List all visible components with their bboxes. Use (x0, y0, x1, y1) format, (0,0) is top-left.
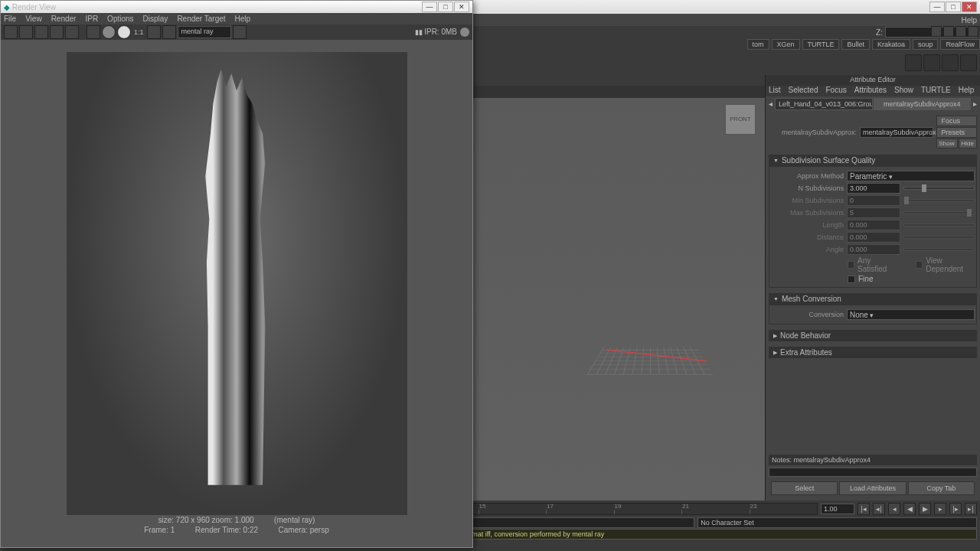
rv-menu[interactable]: Help (235, 15, 251, 23)
rv-menu[interactable]: View (25, 15, 42, 23)
shelf-button-icon[interactable] (905, 54, 922, 71)
view-cube[interactable]: FRONT (725, 104, 756, 135)
ae-menu[interactable]: Attributes (854, 86, 887, 96)
prev-tab-icon[interactable]: ◂ (767, 98, 774, 110)
step-fwd-icon[interactable]: |▸ (949, 503, 962, 515)
section-header-mesh-conversion[interactable]: Mesh Conversion (769, 293, 977, 305)
presets-button[interactable]: Presets (936, 127, 977, 138)
shelf-button-icon[interactable] (960, 54, 977, 71)
prev-key-icon[interactable]: ◂ (888, 503, 900, 515)
renderer-select[interactable]: mental ray (178, 26, 231, 38)
shelf-button-icon[interactable] (923, 54, 940, 71)
length-slider (903, 223, 975, 227)
ae-menu[interactable]: Help (959, 86, 975, 96)
character-set-select[interactable]: No Character Set (697, 517, 977, 528)
render-view-canvas[interactable]: size: 720 x 960 zoom: 1.000 (mental ray)… (1, 40, 472, 547)
rv-minimize-button[interactable]: — (422, 2, 437, 12)
rv-menu[interactable]: Options (107, 15, 133, 23)
section-header-extra-attributes[interactable]: Extra Attributes (769, 347, 977, 358)
ipr-icon[interactable] (50, 25, 64, 39)
close-button[interactable]: ✕ (962, 2, 977, 12)
angle-slider (903, 248, 975, 251)
step-back-icon[interactable]: ◂| (873, 503, 885, 515)
play-forward-icon[interactable]: ▶ (919, 503, 931, 515)
snapshot-icon[interactable] (34, 25, 48, 39)
ae-menu[interactable]: Selected (789, 86, 818, 96)
next-key-icon[interactable]: ▸ (934, 503, 946, 515)
ae-menu[interactable]: TURTLE (921, 86, 951, 96)
shelf-button-icon[interactable] (942, 54, 959, 71)
load-attributes-button[interactable]: Load Attributes (839, 481, 906, 495)
rewind-icon[interactable]: |◂ (858, 503, 870, 515)
ratio-label[interactable]: 1:1 (132, 28, 145, 36)
section-header-node-behavior[interactable]: Node Behavior (769, 330, 977, 341)
max-subdivisions-label: Max Subdivisions (771, 209, 844, 217)
refresh-icon[interactable] (65, 25, 79, 39)
show-button[interactable]: Show (936, 139, 958, 148)
play-back-icon[interactable]: ◀ (903, 503, 916, 515)
min-subdivisions-input: 0 (847, 195, 900, 206)
approx-method-select[interactable]: Parametric ▾ (847, 171, 975, 181)
node-name-input[interactable]: mentalraySubdivApprox4 (860, 127, 933, 138)
pause-icon[interactable] (233, 25, 247, 39)
current-frame-input[interactable]: 1.00 (821, 504, 854, 514)
remove-image-icon[interactable] (162, 25, 176, 39)
rv-menu[interactable]: IPR (85, 15, 98, 23)
render-view-titlebar[interactable]: ◆ Render View — □ ✕ (1, 1, 472, 13)
display-alpha-icon[interactable] (117, 25, 131, 39)
copy-tab-button[interactable]: Copy Tab (908, 481, 975, 495)
maximize-button[interactable]: □ (946, 2, 961, 12)
shelf-tab[interactable]: RealFlow (940, 39, 980, 50)
render-region-icon[interactable] (19, 25, 33, 39)
layout-icon[interactable] (968, 26, 978, 37)
layout-icon[interactable] (943, 26, 954, 37)
rv-menu[interactable]: Render (51, 15, 77, 23)
ae-menu[interactable]: List (769, 86, 781, 96)
min-subdivisions-slider (903, 199, 975, 202)
n-subdivisions-input[interactable]: 3.000 (847, 183, 900, 194)
attribute-editor: Attribute Editor List Selected Focus Att… (765, 75, 980, 500)
render-globals-icon[interactable] (87, 25, 100, 39)
ae-tab[interactable]: mentalraySubdivApprox4 (874, 98, 972, 110)
rv-close-button[interactable]: ✕ (454, 2, 469, 12)
rv-menu[interactable]: File (4, 15, 16, 23)
go-end-icon[interactable]: ▸| (965, 503, 977, 515)
menu-item[interactable]: Help (961, 16, 977, 24)
notes-header[interactable]: Notes: mentalraySubdivApprox4 (769, 455, 977, 465)
notes-field[interactable] (769, 468, 977, 477)
conversion-label: Conversion (771, 311, 844, 318)
shelf-tab[interactable]: tom (747, 39, 769, 50)
focus-button[interactable]: Focus (936, 116, 977, 126)
select-button[interactable]: Select (771, 481, 838, 495)
layout-icon[interactable] (931, 26, 942, 37)
hide-button[interactable]: Hide (959, 139, 977, 148)
fine-checkbox[interactable] (848, 276, 855, 283)
rv-maximize-button[interactable]: □ (438, 2, 453, 12)
shelf-tab[interactable]: Bullet (841, 39, 870, 50)
rv-menu[interactable]: Render Target (177, 15, 225, 23)
shelf-tab[interactable]: Krakatoa (872, 39, 910, 50)
render-button-icon[interactable] (4, 25, 18, 39)
rv-menu[interactable]: Display (143, 15, 168, 23)
next-tab-icon[interactable]: ▸ (972, 98, 978, 110)
any-satisfied-label: Any Satisfied (858, 256, 897, 273)
distance-input: 0.000 (847, 232, 900, 243)
layout-icon[interactable] (956, 26, 966, 37)
display-rgb-icon[interactable] (102, 25, 116, 39)
ipr-indicator-icon (460, 28, 469, 37)
section-header-subdivision[interactable]: Subdivision Surface Quality (769, 155, 977, 166)
conversion-select[interactable]: None ▾ (847, 309, 975, 320)
shelf-tab[interactable]: TURTLE (802, 39, 840, 50)
keep-image-icon[interactable] (147, 25, 161, 39)
ae-menu[interactable]: Focus (825, 86, 846, 96)
shelf-tab[interactable]: soup (913, 39, 939, 50)
distance-slider (903, 236, 975, 239)
minimize-button[interactable]: — (929, 2, 945, 12)
z-label: Z: (876, 28, 883, 37)
angle-label: Angle (771, 246, 844, 253)
render-view-window[interactable]: ◆ Render View — □ ✕ File View Render IPR… (0, 0, 473, 548)
ae-tab[interactable]: Left_Hand_04_v013_006:Group1Shape (775, 98, 873, 110)
n-subdivisions-slider[interactable] (903, 187, 975, 190)
ae-menu[interactable]: Show (894, 86, 913, 96)
shelf-tab[interactable]: XGen (772, 39, 800, 50)
